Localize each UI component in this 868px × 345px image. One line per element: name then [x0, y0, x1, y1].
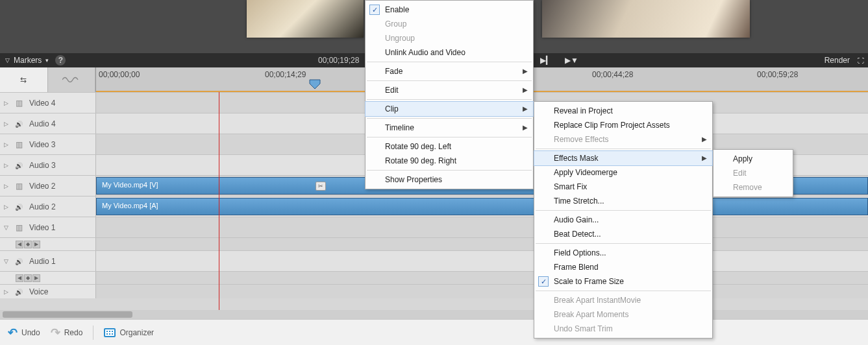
chevron-down-icon[interactable]: ▽: [4, 258, 8, 265]
chevron-right-icon[interactable]: ▷: [4, 183, 8, 189]
redo-label: Redo: [64, 328, 83, 337]
tool-adjust-icon[interactable]: ⇆: [0, 67, 48, 92]
menu-item[interactable]: Apply: [713, 152, 793, 166]
menu-item[interactable]: ✓Enable: [366, 3, 533, 17]
track-lane[interactable]: [96, 251, 868, 271]
track-header[interactable]: ▷Video 2: [0, 176, 96, 196]
menu-item-label: Apply Videomerge: [554, 168, 617, 177]
menu-item-label: Edit: [385, 86, 399, 95]
timeline-scrollbar[interactable]: [0, 310, 868, 319]
track-lane[interactable]: My Video.mp4 [A]: [96, 196, 868, 217]
submenu-arrow-icon: ▶: [523, 102, 528, 116]
menu-item[interactable]: Field Options...: [534, 246, 712, 260]
tool-waveform-icon[interactable]: [48, 67, 96, 92]
track-header[interactable]: ▷Audio 3: [0, 155, 96, 175]
markers-label: Markers: [14, 56, 42, 65]
stepper-button[interactable]: ◀: [16, 274, 23, 282]
menu-separator: [367, 99, 532, 100]
menu-item[interactable]: Fade▶: [366, 64, 533, 78]
menu-item[interactable]: Audio Gain...: [534, 213, 712, 227]
menu-item[interactable]: Replace Clip From Project Assets: [534, 118, 712, 132]
chevron-right-icon[interactable]: ▷: [4, 141, 8, 148]
chevron-right-icon[interactable]: ▷: [4, 100, 8, 106]
track-header[interactable]: ▽Audio 1: [0, 251, 96, 271]
chevron-right-icon[interactable]: ▷: [4, 204, 8, 210]
track-header[interactable]: ▽Video 1: [0, 217, 96, 237]
menu-item[interactable]: Clip▶: [366, 102, 533, 116]
next-frame-icon[interactable]: ▶▎: [540, 56, 552, 65]
stepper-button[interactable]: ◆: [24, 274, 32, 282]
track-lane[interactable]: [96, 272, 868, 284]
menu-item[interactable]: Time Stretch...: [534, 194, 712, 208]
menu-item: Break Apart Moments: [534, 307, 712, 322]
track-lane[interactable]: [96, 238, 868, 250]
organizer-label: Organizer: [119, 328, 154, 337]
track-label: Audio 4: [29, 119, 56, 128]
menu-item[interactable]: Reveal in Project: [534, 104, 712, 118]
redo-button[interactable]: ↷ Redo: [51, 326, 83, 340]
scrollbar-thumb[interactable]: [3, 311, 132, 318]
track-header[interactable]: ▷Voice: [0, 285, 96, 298]
menu-item-label: Frame Blend: [554, 263, 599, 272]
menu-item[interactable]: Rotate 90 deg. Left: [366, 139, 533, 154]
chevron-right-icon[interactable]: ▷: [4, 121, 8, 127]
track-header[interactable]: ▷Audio 2: [0, 196, 96, 217]
track-label: Voice: [29, 287, 48, 296]
expand-icon[interactable]: ⛶: [858, 57, 864, 64]
film-icon: [14, 99, 24, 108]
track-stepper[interactable]: ◀◆▶: [16, 274, 40, 282]
menu-item[interactable]: Unlink Audio and Video: [366, 45, 533, 60]
menu-item-label: Effects Mask: [554, 154, 598, 163]
track-label: Video 1: [29, 223, 55, 232]
timeline-clip[interactable]: My Video.mp4 [A]: [96, 198, 868, 215]
menu-item[interactable]: Timeline▶: [366, 121, 533, 135]
goto-marker-icon[interactable]: ▶▼: [565, 56, 578, 65]
track-lane[interactable]: [96, 285, 868, 298]
submenu-arrow-icon: ▶: [523, 121, 528, 135]
menu-item[interactable]: Apply Videomerge: [534, 165, 712, 180]
chevron-down-icon[interactable]: ▽: [4, 224, 8, 231]
menu-item-label: Rotate 90 deg. Left: [385, 142, 451, 151]
menu-item[interactable]: Edit▶: [366, 83, 533, 97]
menu-item[interactable]: Show Properties: [366, 172, 533, 187]
menu-item-label: Rotate 90 deg. Right: [385, 156, 456, 165]
menu-item: Remove Effects▶: [534, 132, 712, 147]
organizer-button[interactable]: Organizer: [104, 328, 154, 337]
track-header[interactable]: ▷Audio 4: [0, 113, 96, 134]
menu-separator: [536, 149, 711, 149]
menu-separator: [367, 137, 532, 137]
menu-separator: [536, 210, 711, 211]
menu-separator: [367, 118, 532, 119]
stepper-button[interactable]: ▶: [32, 241, 40, 248]
menu-item[interactable]: Rotate 90 deg. Right: [366, 154, 533, 168]
track-lane[interactable]: [96, 217, 868, 237]
undo-button[interactable]: ↶ Undo: [8, 326, 40, 340]
track-header[interactable]: ▷Video 4: [0, 93, 96, 113]
menu-item: Remove: [713, 180, 793, 195]
track-label: Audio 3: [29, 161, 56, 170]
menu-item[interactable]: Beat Detect...: [534, 227, 712, 241]
track-header[interactable]: ▷Video 3: [0, 134, 96, 154]
menu-item-label: Clip: [385, 104, 399, 113]
menu-item[interactable]: ✓Scale to Frame Size: [534, 274, 712, 289]
stepper-button[interactable]: ▶: [32, 274, 40, 282]
playhead-icon[interactable]: [309, 79, 321, 89]
ruler-tools: ⇆: [0, 67, 96, 92]
menu-item-label: Edit: [733, 169, 747, 178]
chevron-right-icon[interactable]: ▷: [4, 289, 8, 295]
track-stepper[interactable]: ◀◆▶: [16, 241, 40, 248]
help-button[interactable]: ?: [55, 55, 66, 65]
submenu-arrow-icon: ▶: [702, 151, 707, 165]
menu-item-label: Enable: [385, 5, 409, 14]
chevron-right-icon[interactable]: ▷: [4, 162, 8, 169]
menu-item[interactable]: Smart Fix: [534, 180, 712, 194]
cut-icon[interactable]: ✂: [316, 182, 326, 191]
stepper-button[interactable]: ◆: [24, 241, 32, 248]
menu-item[interactable]: Effects Mask▶: [534, 151, 712, 165]
markers-dropdown[interactable]: ▽ Markers ▾: [5, 56, 49, 65]
menu-item-label: Time Stretch...: [554, 196, 604, 206]
preview-thumbnail: [247, 0, 364, 38]
stepper-button[interactable]: ◀: [16, 241, 23, 248]
menu-item[interactable]: Frame Blend: [534, 260, 712, 274]
render-button[interactable]: Render: [825, 56, 850, 65]
